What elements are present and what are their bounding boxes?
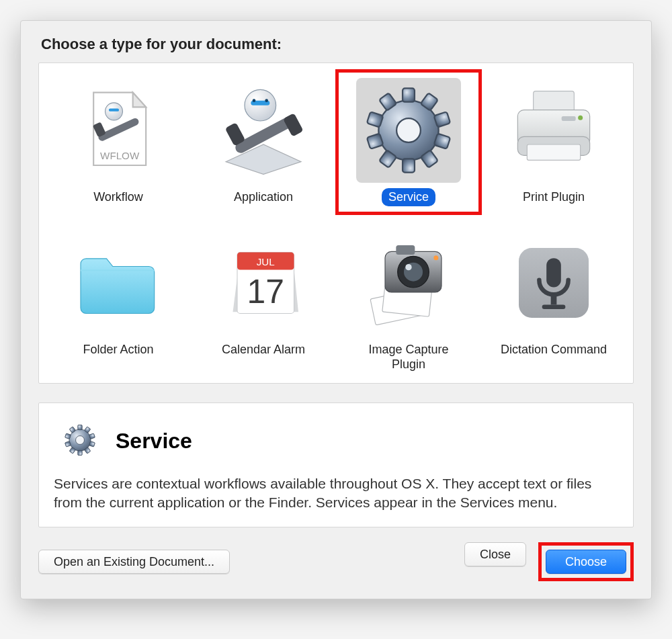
calendar-icon: JUL 17 <box>211 230 316 335</box>
choose-button[interactable]: Choose <box>546 550 626 574</box>
folder-icon <box>66 230 171 335</box>
svg-point-11 <box>265 99 268 102</box>
type-service[interactable]: Service <box>341 75 476 209</box>
type-workflow[interactable]: WFLOW Workflow <box>51 75 185 209</box>
svg-rect-51 <box>65 441 71 446</box>
description-title: Service <box>116 429 192 454</box>
svg-rect-21 <box>527 144 580 160</box>
svg-point-10 <box>253 99 256 102</box>
svg-rect-4 <box>109 109 119 112</box>
document-types-grid: WFLOW Workflow <box>38 62 634 384</box>
gear-icon <box>54 414 106 469</box>
svg-text:WFLOW: WFLOW <box>100 150 140 161</box>
svg-point-35 <box>405 264 411 270</box>
type-calendar-alarm-label: Calendar Alarm <box>215 341 312 359</box>
svg-rect-44 <box>78 425 82 429</box>
svg-rect-17 <box>403 88 415 101</box>
type-dictation-command-label: Dictation Command <box>494 341 614 359</box>
type-image-capture-plugin-label: Image Capture Plugin <box>344 341 473 374</box>
close-button[interactable]: Close <box>464 542 526 566</box>
description-text: Services are contextual workflows availa… <box>54 474 618 513</box>
workflow-icon: WFLOW <box>66 78 171 183</box>
svg-point-43 <box>76 435 85 444</box>
svg-rect-52 <box>65 433 71 438</box>
type-dictation-command[interactable]: Dictation Command <box>487 228 621 376</box>
dialog-heading: Choose a type for your document: <box>41 36 634 53</box>
description-panel: Service Services are contextual workflow… <box>38 402 634 528</box>
template-chooser-dialog: Choose a type for your document: WFLOW W… <box>20 20 652 599</box>
microphone-icon <box>501 230 606 335</box>
type-application-label: Application <box>227 188 300 206</box>
camera-icon <box>356 230 461 335</box>
svg-rect-32 <box>396 245 415 255</box>
svg-rect-49 <box>78 450 82 455</box>
svg-point-36 <box>433 255 438 260</box>
svg-marker-1 <box>133 93 146 108</box>
button-row: Open an Existing Document... Close Choos… <box>38 542 634 581</box>
type-service-label: Service <box>382 188 435 206</box>
svg-rect-23 <box>562 116 576 121</box>
application-icon <box>211 78 316 183</box>
type-workflow-label: Workflow <box>87 188 150 206</box>
svg-text:17: 17 <box>247 273 284 310</box>
type-print-plugin[interactable]: Print Plugin <box>487 75 621 209</box>
type-print-plugin-label: Print Plugin <box>516 188 591 206</box>
svg-rect-41 <box>542 304 566 309</box>
type-folder-action[interactable]: Folder Action <box>51 228 185 376</box>
svg-rect-39 <box>546 258 561 287</box>
svg-rect-40 <box>551 294 557 304</box>
svg-rect-46 <box>89 433 95 438</box>
svg-rect-18 <box>534 91 575 112</box>
type-folder-action-label: Folder Action <box>76 341 160 359</box>
open-existing-button[interactable]: Open an Existing Document... <box>38 550 230 574</box>
type-calendar-alarm[interactable]: JUL 17 Calendar Alarm <box>196 228 331 376</box>
highlight-choose: Choose <box>538 542 634 581</box>
type-image-capture-plugin[interactable]: Image Capture Plugin <box>341 228 476 376</box>
svg-rect-47 <box>89 441 95 446</box>
printer-icon <box>501 78 606 183</box>
type-application[interactable]: Application <box>196 75 331 209</box>
service-icon <box>356 78 461 183</box>
svg-text:JUL: JUL <box>257 256 275 267</box>
svg-point-16 <box>396 118 421 142</box>
svg-point-22 <box>578 116 583 120</box>
